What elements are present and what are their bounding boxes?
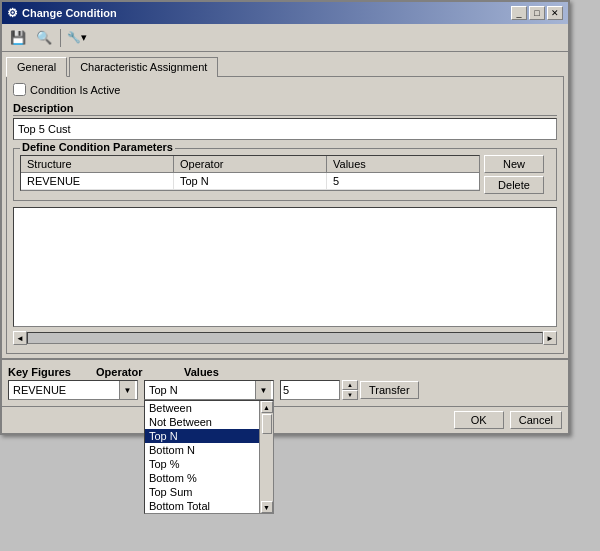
new-button[interactable]: New [484, 155, 544, 173]
scroll-track-h[interactable] [27, 332, 543, 344]
condition-table: Structure Operator Values REVENUE Top N … [20, 155, 480, 191]
title-bar-left: ⚙ Change Condition [7, 6, 117, 20]
key-figures-value: REVENUE [11, 384, 119, 396]
values-input[interactable] [280, 380, 340, 400]
window-title: Change Condition [22, 7, 117, 19]
values-label: Values [184, 366, 244, 378]
tab-bar: General Characteristic Assignment [2, 52, 568, 76]
dropdown-item-top-sum[interactable]: Top Sum [145, 485, 259, 499]
dropdown-scroll-down[interactable]: ▼ [261, 501, 273, 513]
dropdown-scroll-up[interactable]: ▲ [261, 401, 273, 413]
dropdown-item-between[interactable]: Between [145, 401, 259, 415]
dropdown-item-bottom-n[interactable]: Bottom N [145, 443, 259, 457]
spin-down-btn[interactable]: ▼ [342, 390, 358, 400]
operator-combo[interactable]: Top N ▼ [144, 380, 274, 400]
col-structure: Structure [21, 156, 174, 172]
bottom-inputs-row: REVENUE ▼ Top N ▼ Between Not Between To… [8, 380, 562, 400]
spacer2 [172, 366, 178, 378]
dropdown-item-not-between[interactable]: Not Between [145, 415, 259, 429]
close-button[interactable]: ✕ [547, 6, 563, 20]
scroll-left-btn[interactable]: ◄ [13, 331, 27, 345]
title-bar: ⚙ Change Condition _ □ ✕ [2, 2, 568, 24]
spin-buttons: ▲ ▼ [342, 380, 358, 400]
delete-button[interactable]: Delete [484, 176, 544, 194]
tab-general[interactable]: General [6, 57, 67, 77]
col-values: Values [327, 156, 479, 172]
dropdown-scrollbar: ▲ ▼ [259, 401, 273, 513]
dropdown-items-list: Between Not Between Top N Bottom N Top %… [145, 401, 259, 513]
transfer-button[interactable]: Transfer [360, 381, 419, 399]
window-icon: ⚙ [7, 6, 18, 20]
main-window: ⚙ Change Condition _ □ ✕ 💾 🔍 🔧▾ General … [0, 0, 570, 435]
description-input[interactable] [13, 118, 557, 140]
cell-operator: Top N [174, 173, 327, 189]
dropdown-item-bottom-pct[interactable]: Bottom % [145, 471, 259, 485]
tab-content-general: Condition Is Active Description Define C… [6, 76, 564, 354]
cancel-button[interactable]: Cancel [510, 411, 562, 429]
horizontal-scrollbar: ◄ ► [13, 331, 557, 345]
scroll-right-btn[interactable]: ► [543, 331, 557, 345]
save-button[interactable]: 💾 [6, 27, 30, 49]
spin-up-btn[interactable]: ▲ [342, 380, 358, 390]
key-figures-combo[interactable]: REVENUE ▼ [8, 380, 138, 400]
cell-structure: REVENUE [21, 173, 174, 189]
bottom-panel: Key Figures Operator Values REVENUE ▼ To… [2, 358, 568, 406]
operator-value: Top N [147, 384, 255, 396]
define-section-label: Define Condition Parameters [20, 141, 175, 153]
ok-button[interactable]: OK [454, 411, 504, 429]
dropdown-item-bottom-total[interactable]: Bottom Total [145, 499, 259, 513]
col-operator: Operator [174, 156, 327, 172]
description-label: Description [13, 102, 557, 116]
dropdown-item-top-n[interactable]: Top N [145, 429, 259, 443]
toolbar: 💾 🔍 🔧▾ [2, 24, 568, 52]
operator-label: Operator [96, 366, 166, 378]
tab-char-assignment[interactable]: Characteristic Assignment [69, 57, 218, 77]
settings-button[interactable]: 🔧▾ [65, 27, 89, 49]
condition-active-checkbox[interactable] [13, 83, 26, 96]
bottom-labels-row: Key Figures Operator Values [8, 366, 562, 378]
minimize-button[interactable]: _ [511, 6, 527, 20]
dropdown-item-top-pct[interactable]: Top % [145, 457, 259, 471]
key-figures-arrow[interactable]: ▼ [119, 381, 135, 399]
key-figures-label: Key Figures [8, 366, 78, 378]
find-button[interactable]: 🔍 [32, 27, 56, 49]
table-buttons: New Delete [484, 155, 544, 194]
title-bar-controls: _ □ ✕ [511, 6, 563, 20]
cell-values: 5 [327, 173, 479, 189]
condition-active-label: Condition Is Active [30, 84, 121, 96]
footer-buttons: OK Cancel [2, 406, 568, 433]
dropdown-scroll-thumb[interactable] [262, 414, 272, 434]
condition-active-row: Condition Is Active [13, 83, 557, 96]
values-input-group: ▲ ▼ Transfer [280, 380, 419, 400]
define-section: Define Condition Parameters Structure Op… [13, 148, 557, 201]
table-row[interactable]: REVENUE Top N 5 [21, 173, 479, 190]
content-area [13, 207, 557, 327]
operator-dropdown-wrapper: Top N ▼ Between Not Between Top N Bottom… [144, 380, 274, 400]
dropdown-content: Between Not Between Top N Bottom N Top %… [145, 401, 273, 513]
table-header: Structure Operator Values [21, 156, 479, 173]
toolbar-separator [60, 29, 61, 47]
maximize-button[interactable]: □ [529, 6, 545, 20]
operator-arrow[interactable]: ▼ [255, 381, 271, 399]
operator-dropdown-popup: Between Not Between Top N Bottom N Top %… [144, 400, 274, 514]
spacer [84, 366, 90, 378]
